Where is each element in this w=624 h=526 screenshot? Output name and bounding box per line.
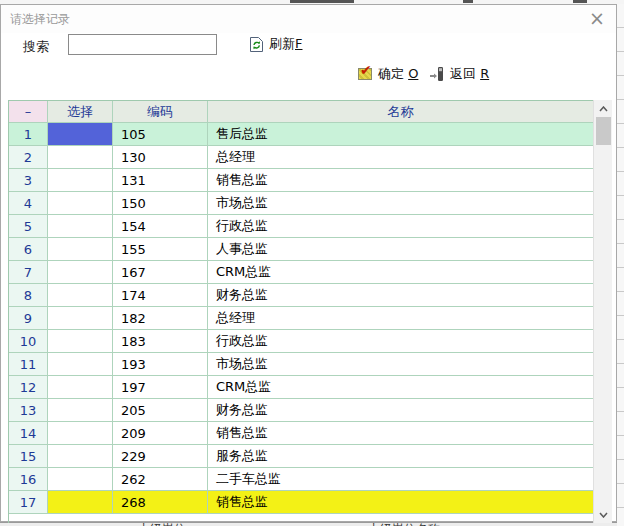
- scrollbar-thumb[interactable]: [596, 117, 611, 145]
- scroll-down-icon[interactable]: [594, 506, 613, 523]
- table-row[interactable]: 7 167 CRM总监: [9, 261, 593, 284]
- row-index: 10: [9, 330, 48, 353]
- dialog-title: 请选择记录: [10, 11, 70, 28]
- row-index: 9: [9, 307, 48, 330]
- row-code: 174: [113, 284, 208, 307]
- row-name: 财务总监: [208, 399, 593, 422]
- refresh-icon: [249, 36, 264, 53]
- table-row[interactable]: 1 105 售后总监: [9, 123, 593, 146]
- row-index: 1: [9, 123, 48, 146]
- row-select-cell[interactable]: [48, 192, 113, 215]
- column-header-index[interactable]: –: [9, 101, 48, 123]
- row-code: 155: [113, 238, 208, 261]
- row-index: 17: [9, 491, 48, 514]
- row-name: 市场总监: [208, 353, 593, 376]
- row-code: 167: [113, 261, 208, 284]
- search-label: 搜索: [23, 38, 49, 56]
- return-label: 返回 R: [450, 65, 489, 83]
- row-name: 服务总监: [208, 445, 593, 468]
- row-select-cell[interactable]: [48, 261, 113, 284]
- row-select-cell[interactable]: [48, 376, 113, 399]
- table-body: 1 105 售后总监 2 130 总经理 3 131 销售总监 4 150 市场…: [9, 123, 593, 514]
- row-select-cell[interactable]: [48, 238, 113, 261]
- column-header-select[interactable]: 选择: [48, 101, 113, 123]
- table-row[interactable]: 12 197 CRM总监: [9, 376, 593, 399]
- table-row[interactable]: 13 205 财务总监: [9, 399, 593, 422]
- row-index: 8: [9, 284, 48, 307]
- row-name: 市场总监: [208, 192, 593, 215]
- row-code: 131: [113, 169, 208, 192]
- row-name: 销售总监: [208, 491, 593, 514]
- row-select-cell[interactable]: [48, 284, 113, 307]
- column-header-name[interactable]: 名称: [208, 101, 593, 123]
- row-select-cell[interactable]: [48, 169, 113, 192]
- table-row[interactable]: 5 154 行政总监: [9, 215, 593, 238]
- table-row[interactable]: 11 193 市场总监: [9, 353, 593, 376]
- table-row[interactable]: 17 268 销售总监: [9, 491, 593, 514]
- occluded-window-fragment: [463, 0, 473, 3]
- row-index: 3: [9, 169, 48, 192]
- row-select-cell[interactable]: [48, 422, 113, 445]
- table-row[interactable]: 10 183 行政总监: [9, 330, 593, 353]
- return-button[interactable]: 返回 R: [429, 65, 489, 83]
- checkmark-icon: ✔: [358, 68, 372, 80]
- table-header-row: – 选择 编码 名称: [9, 101, 593, 123]
- row-name: CRM总监: [208, 376, 593, 399]
- row-code: 193: [113, 353, 208, 376]
- row-code: 229: [113, 445, 208, 468]
- table-row[interactable]: 15 229 服务总监: [9, 445, 593, 468]
- row-code: 150: [113, 192, 208, 215]
- table-row[interactable]: 2 130 总经理: [9, 146, 593, 169]
- records-table: – 选择 编码 名称 1 105 售后总监 2 130 总经理 3 131 销售…: [8, 100, 593, 523]
- row-select-cell[interactable]: [48, 491, 113, 514]
- row-code: 197: [113, 376, 208, 399]
- table-row[interactable]: 9 182 总经理: [9, 307, 593, 330]
- row-index: 11: [9, 353, 48, 376]
- confirm-label: 确定 O: [378, 65, 418, 83]
- row-select-cell[interactable]: [48, 445, 113, 468]
- column-header-code[interactable]: 编码: [113, 101, 208, 123]
- row-select-cell[interactable]: [48, 399, 113, 422]
- row-code: 154: [113, 215, 208, 238]
- occluded-window-right-edge: [617, 4, 624, 526]
- row-name: CRM总监: [208, 261, 593, 284]
- row-name: 二手车总监: [208, 468, 593, 491]
- row-name: 人事总监: [208, 238, 593, 261]
- refresh-button[interactable]: 刷新F: [249, 34, 302, 54]
- table-row[interactable]: 8 174 财务总监: [9, 284, 593, 307]
- row-name: 财务总监: [208, 284, 593, 307]
- row-index: 4: [9, 192, 48, 215]
- row-code: 182: [113, 307, 208, 330]
- row-index: 12: [9, 376, 48, 399]
- row-code: 205: [113, 399, 208, 422]
- row-code: 130: [113, 146, 208, 169]
- row-select-cell[interactable]: [48, 215, 113, 238]
- row-name: 销售总监: [208, 422, 593, 445]
- row-select-cell[interactable]: [48, 353, 113, 376]
- table-row[interactable]: 6 155 人事总监: [9, 238, 593, 261]
- search-input[interactable]: [68, 34, 217, 55]
- row-name: 总经理: [208, 307, 593, 330]
- row-select-cell[interactable]: [48, 307, 113, 330]
- close-icon[interactable]: ×: [586, 7, 608, 29]
- table-row[interactable]: 3 131 销售总监: [9, 169, 593, 192]
- row-select-cell[interactable]: [48, 468, 113, 491]
- confirm-button[interactable]: ✔ 确定 O: [358, 65, 418, 83]
- table-row[interactable]: 16 262 二手车总监: [9, 468, 593, 491]
- row-name: 行政总监: [208, 330, 593, 353]
- table-row[interactable]: 14 209 销售总监: [9, 422, 593, 445]
- row-index: 6: [9, 238, 48, 261]
- row-index: 7: [9, 261, 48, 284]
- vertical-scrollbar[interactable]: [593, 100, 612, 523]
- row-code: 209: [113, 422, 208, 445]
- occluded-window-fragment: [290, 0, 354, 3]
- row-index: 2: [9, 146, 48, 169]
- row-select-cell[interactable]: [48, 123, 113, 146]
- table-row[interactable]: 4 150 市场总监: [9, 192, 593, 215]
- row-select-cell[interactable]: [48, 146, 113, 169]
- row-code: 268: [113, 491, 208, 514]
- row-index: 15: [9, 445, 48, 468]
- row-select-cell[interactable]: [48, 330, 113, 353]
- row-code: 262: [113, 468, 208, 491]
- scroll-up-icon[interactable]: [594, 100, 613, 117]
